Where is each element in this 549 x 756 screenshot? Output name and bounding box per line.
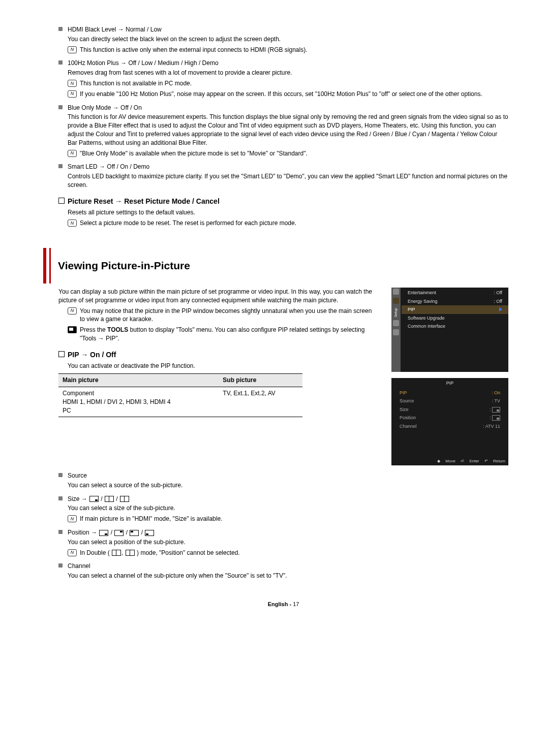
item-title: 100Hz Motion Plus → Off / Low / Medium /…	[68, 59, 219, 67]
item-desc: Controls LED backlight to maximize pictu…	[58, 172, 508, 190]
osd-footer: ◆ Move ⏎ Enter ↶ Return	[391, 457, 508, 465]
item-desc: You can select a source of the sub-pictu…	[58, 481, 508, 490]
note-text: This function is not available in PC mod…	[80, 80, 192, 87]
item-title: Position → / / /	[68, 529, 155, 536]
osd-pip-menu: PIP PIP: On Source: TV Size: Position: C…	[391, 378, 508, 465]
menu-icon	[393, 329, 399, 335]
section-heading: Viewing Picture-in-Picture	[43, 248, 508, 284]
size-icon	[492, 407, 500, 413]
item-desc: You can directly select the black level …	[58, 35, 508, 44]
menu-icon	[393, 320, 399, 326]
item-desc: Removes drag from fast scenes with a lot…	[58, 69, 508, 77]
item-desc: This function is for AV device measureme…	[58, 113, 508, 147]
item-title: Source	[68, 472, 87, 479]
note-icon: N	[68, 46, 77, 53]
square-bullet-icon	[58, 27, 63, 31]
menu-icon	[393, 298, 399, 304]
pos-tl-icon	[130, 530, 139, 536]
item-title: HDMI Black Level → Normal / Low	[68, 26, 162, 33]
square-bullet-icon	[58, 164, 63, 168]
red-bar-thin-icon	[49, 248, 51, 284]
checkbox-icon	[58, 198, 65, 204]
position-icon	[492, 415, 500, 421]
square-bullet-icon	[58, 473, 63, 477]
item-position: Position → / / / You can select a positi…	[58, 528, 508, 557]
size-half-icon	[105, 496, 114, 502]
td-main: Component HDMI 1, HDMI / DVI 2, HDMI 3, …	[58, 387, 219, 417]
heading-picture-reset: Picture Reset → Reset Picture Mode / Can…	[58, 197, 508, 207]
item-title: Blue Only Mode → Off / On	[68, 104, 142, 111]
osd-row-selected: PIP	[402, 305, 508, 314]
page-footer: English - 17	[58, 601, 508, 608]
note-icon: N	[68, 307, 77, 314]
tools-icon	[68, 326, 77, 333]
note-icon: N	[68, 90, 77, 98]
heading-pip-onoff: PIP → On / Off	[58, 350, 376, 360]
item-hdmi-black-level: HDMI Black Level → Normal / Low You can …	[58, 25, 508, 54]
note-text: You may notice that the picture in the P…	[80, 307, 372, 323]
item-title: Size → / /	[68, 495, 130, 502]
size-half-icon	[112, 550, 121, 556]
square-bullet-icon	[58, 563, 63, 568]
note-icon: N	[68, 219, 77, 227]
setup-label: Setup	[393, 308, 399, 317]
note-text: Select a picture mode to be reset. The r…	[80, 219, 296, 227]
square-bullet-icon	[58, 60, 63, 65]
pip-table: Main pictureSub picture Component HDMI 1…	[58, 373, 302, 417]
checkbox-icon	[58, 351, 65, 357]
item-desc: You can select a channel of the sub-pict…	[58, 572, 508, 580]
onoff-desc: You can activate or deactivate the PIP f…	[58, 362, 376, 370]
item-title: Smart LED → Off / On / Demo	[68, 163, 149, 170]
item-channel: Channel You can select a channel of the …	[58, 562, 508, 580]
item-desc: You can select a size of the sub-picture…	[58, 504, 508, 513]
pip-intro: You can display a sub picture within the…	[58, 288, 376, 305]
pos-br-icon	[99, 530, 108, 536]
osd-column: Setup Entertainment: Off Energy Saving: …	[391, 288, 508, 465]
item-title: Channel	[68, 562, 90, 570]
note-icon: N	[68, 515, 77, 522]
item-source: Source You can select a source of the su…	[58, 471, 508, 490]
size-split-icon	[126, 550, 135, 556]
pos-tr-icon	[114, 530, 124, 536]
item-smart-led: Smart LED → Off / On / Demo Controls LED…	[58, 163, 508, 189]
tools-hint: Press the TOOLS button to display "Tools…	[58, 326, 376, 343]
note-text: In Double ( , ) mode, "Position" cannot …	[80, 549, 240, 556]
note-icon: N	[68, 80, 77, 87]
note-icon: N	[68, 150, 77, 157]
note-icon: N	[68, 549, 77, 556]
size-split-icon	[120, 496, 129, 502]
reset-desc: Resets all picture settings to the defau…	[58, 208, 508, 217]
th-sub: Sub picture	[219, 374, 302, 387]
note-text: "Blue Only Mode" is available when the p…	[80, 150, 308, 157]
note-text: If you enable "100 Hz Motion Plus", nois…	[80, 90, 482, 98]
red-bar-icon	[43, 248, 46, 284]
size-small-icon	[89, 496, 99, 502]
menu-icon	[393, 289, 399, 295]
item-blue-only: Blue Only Mode → Off / On This function …	[58, 104, 508, 158]
td-sub: TV, Ext.1, Ext.2, AV	[219, 387, 302, 417]
note-text: If main picture is in "HDMI" mode, "Size…	[80, 515, 222, 522]
square-bullet-icon	[58, 496, 63, 500]
note-text: This function is active only when the ex…	[80, 46, 308, 53]
square-bullet-icon	[58, 530, 63, 534]
pos-bl-icon	[145, 530, 154, 536]
item-100hz-motion: 100Hz Motion Plus → Off / Low / Medium /…	[58, 59, 508, 98]
osd-setup-menu: Setup Entertainment: Off Energy Saving: …	[391, 288, 508, 372]
item-desc: You can select a position of the sub-pic…	[58, 538, 508, 547]
section-title: Viewing Picture-in-Picture	[58, 258, 508, 273]
osd-title: PIP	[391, 378, 508, 389]
item-size: Size → / / You can select a size of the …	[58, 495, 508, 523]
square-bullet-icon	[58, 105, 63, 109]
th-main: Main picture	[58, 374, 219, 387]
triangle-right-icon	[499, 307, 502, 311]
